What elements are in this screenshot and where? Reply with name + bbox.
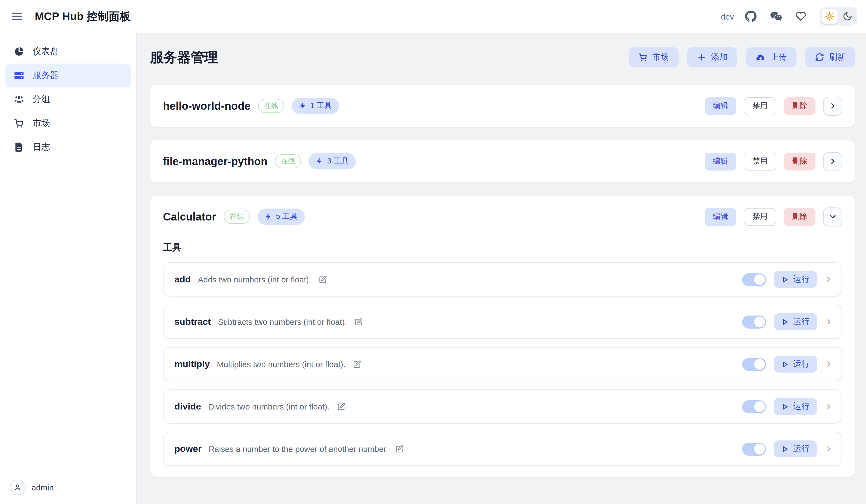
play-icon: [781, 445, 789, 453]
edit-tool-button[interactable]: [353, 360, 361, 369]
tool-detail-chevron[interactable]: [825, 402, 833, 411]
disable-server-button[interactable]: 禁用: [744, 208, 776, 226]
bolt-icon: [265, 213, 272, 221]
tool-detail-chevron[interactable]: [825, 318, 833, 326]
tool-description: Multiplies two numbers (int or float).: [217, 360, 345, 369]
run-tool-button[interactable]: 运行: [774, 271, 817, 288]
tool-enabled-toggle[interactable]: [742, 443, 766, 456]
tool-name: add: [174, 274, 191, 285]
bolt-icon: [299, 102, 307, 110]
toggle-knob: [754, 401, 765, 412]
edit-icon: [354, 317, 363, 326]
pie-chart-icon: [14, 46, 24, 57]
plus-icon: [697, 53, 706, 62]
tool-name: divide: [174, 401, 201, 412]
delete-server-button[interactable]: 删除: [784, 208, 815, 226]
tool-row-subtract: subtract Subtracts two numbers (int or f…: [163, 305, 842, 339]
tool-detail-chevron[interactable]: [825, 445, 833, 453]
edit-tool-button[interactable]: [395, 445, 404, 453]
server-name: file-manager-python: [163, 155, 268, 168]
add-server-button[interactable]: 添加: [687, 47, 737, 67]
username: admin: [32, 483, 54, 492]
light-mode-button[interactable]: [821, 9, 838, 24]
sun-icon: [825, 11, 834, 21]
server-card-header: hello-world-node 在线 1 工具 编辑 禁用 删除: [163, 96, 842, 116]
run-tool-button[interactable]: 运行: [774, 313, 817, 330]
chevron-down-icon: [828, 212, 837, 221]
run-tool-button[interactable]: 运行: [774, 440, 817, 457]
upload-button[interactable]: 上传: [746, 47, 797, 67]
chevron-right-icon: [828, 102, 837, 110]
github-icon: [745, 10, 757, 22]
server-card-header: file-manager-python 在线 3 工具 编辑 禁用 删除: [163, 151, 842, 172]
sidebar-item-logs[interactable]: 日志: [5, 135, 131, 159]
disable-server-button[interactable]: 禁用: [744, 152, 776, 170]
tool-detail-chevron[interactable]: [825, 275, 833, 283]
sidebar-item-label: 日志: [33, 142, 50, 153]
refresh-button[interactable]: 刷新: [805, 47, 855, 67]
tools-count-label: 3 工具: [327, 156, 349, 166]
toggle-knob: [754, 274, 765, 285]
button-label: 刷新: [829, 52, 845, 63]
sidebar-item-servers[interactable]: 服务器: [5, 64, 131, 88]
edit-tool-button[interactable]: [354, 317, 363, 326]
favorite-button[interactable]: [793, 8, 809, 24]
disable-server-button[interactable]: 禁用: [744, 97, 776, 115]
collapse-server-button[interactable]: [823, 207, 842, 226]
tool-detail-chevron[interactable]: [825, 360, 833, 368]
tools-count-label: 1 工具: [310, 101, 332, 111]
chevron-right-icon: [825, 360, 833, 368]
sidebar-item-dashboard[interactable]: 仪表盘: [5, 40, 131, 64]
edit-icon: [395, 445, 404, 453]
tool-name: subtract: [174, 316, 211, 327]
expand-server-button[interactable]: [823, 152, 842, 171]
edit-server-button[interactable]: 编辑: [704, 208, 736, 226]
toggle-knob: [754, 359, 765, 370]
server-name: hello-world-node: [163, 100, 251, 112]
edit-server-button[interactable]: 编辑: [704, 97, 736, 115]
delete-server-button[interactable]: 删除: [784, 97, 815, 115]
app-title: MCP Hub 控制面板: [35, 9, 131, 24]
run-label: 运行: [793, 274, 810, 284]
tools-count-label: 5 工具: [276, 212, 298, 222]
github-button[interactable]: [743, 8, 759, 24]
tool-description: Raises a number to the power of another …: [209, 444, 388, 453]
chevron-right-icon: [825, 318, 833, 326]
run-tool-button[interactable]: 运行: [774, 398, 817, 415]
dark-mode-button[interactable]: [840, 9, 856, 24]
tool-enabled-toggle[interactable]: [742, 315, 766, 328]
button-label: 添加: [711, 52, 728, 63]
tool-enabled-toggle[interactable]: [742, 273, 766, 286]
edit-tool-button[interactable]: [318, 275, 327, 284]
user-icon: [14, 483, 22, 492]
tool-row-power: power Raises a number to the power of an…: [163, 432, 842, 466]
main-content: 服务器管理 市场 添加 上传: [137, 33, 866, 504]
wechat-button[interactable]: [768, 8, 784, 24]
market-button[interactable]: 市场: [629, 47, 679, 67]
menu-icon: [10, 10, 23, 23]
sidebar-item-market[interactable]: 市场: [5, 111, 131, 135]
delete-server-button[interactable]: 删除: [784, 152, 815, 170]
sidebar-item-label: 服务器: [33, 70, 59, 81]
tool-enabled-toggle[interactable]: [742, 400, 766, 413]
expand-server-button[interactable]: [823, 97, 842, 115]
env-label: dev: [721, 12, 734, 21]
sidebar-user[interactable]: admin: [5, 476, 131, 496]
edit-tool-button[interactable]: [336, 402, 345, 411]
status-badge: 在线: [258, 99, 284, 113]
page-actions: 市场 添加 上传 刷新: [629, 47, 855, 67]
run-tool-button[interactable]: 运行: [774, 356, 817, 372]
document-icon: [14, 142, 24, 153]
toggle-knob: [754, 444, 765, 454]
menu-button[interactable]: [10, 9, 24, 23]
play-icon: [781, 318, 789, 326]
tools-count-badge: 1 工具: [292, 98, 339, 114]
sidebar-item-groups[interactable]: 分组: [5, 88, 131, 111]
tool-controls: 运行: [742, 398, 833, 415]
play-icon: [781, 360, 789, 368]
edit-server-button[interactable]: 编辑: [704, 152, 736, 170]
tool-description: Divides two numbers (int or float).: [208, 402, 330, 411]
play-icon: [781, 403, 789, 410]
chevron-right-icon: [825, 275, 833, 283]
tool-enabled-toggle[interactable]: [742, 358, 766, 371]
